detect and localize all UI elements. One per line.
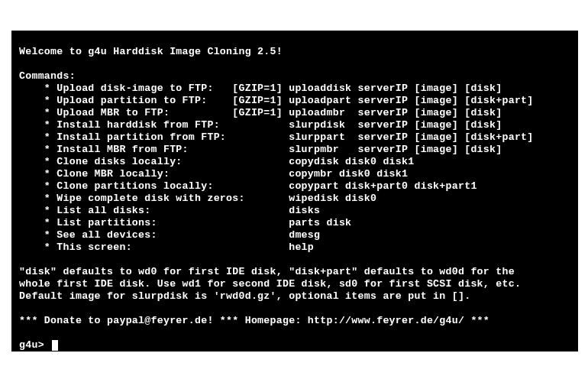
prompt: g4u> [19,339,50,351]
command-line: * Install partition from FTP: slurppart … [19,131,534,143]
defaults-note: whole first IDE disk. Use wd1 for second… [19,278,521,290]
command-line: * Install harddisk from FTP: slurpdisk s… [19,119,502,131]
cursor-icon [52,340,58,351]
terminal-screen[interactable]: Welcome to g4u Harddisk Image Cloning 2.… [11,31,578,352]
welcome-line: Welcome to g4u Harddisk Image Cloning 2.… [19,46,283,57]
defaults-note: "disk" defaults to wd0 for first IDE dis… [19,266,515,277]
command-line: * Clone MBR locally: copymbr disk0 disk1 [19,168,408,180]
command-line: * Clone partitions locally: copypart dis… [19,180,477,192]
command-line: * This screen: help [19,241,314,253]
donate-line: *** Donate to paypal@feyrer.de! *** Home… [19,315,489,326]
command-line: * Install MBR from FTP: slurpmbr serverI… [19,144,502,155]
command-line: * Clone disks locally: copydisk disk0 di… [19,156,414,167]
command-line: * See all devices: dmesg [19,229,320,241]
command-line: * Upload disk-image to FTP: [GZIP=1] upl… [19,83,502,94]
command-line: * List partitions: parts disk [19,217,351,228]
command-line: * List all disks: disks [19,205,320,216]
defaults-note: Default image for slurpdisk is 'rwd0d.gz… [19,290,470,302]
command-line: * Wipe complete disk with zeros: wipedis… [19,193,376,204]
commands-header: Commands: [19,70,76,82]
command-line: * Upload MBR to FTP: [GZIP=1] uploadmbr … [19,107,502,118]
command-line: * Upload partition to FTP: [GZIP=1] uplo… [19,95,534,106]
